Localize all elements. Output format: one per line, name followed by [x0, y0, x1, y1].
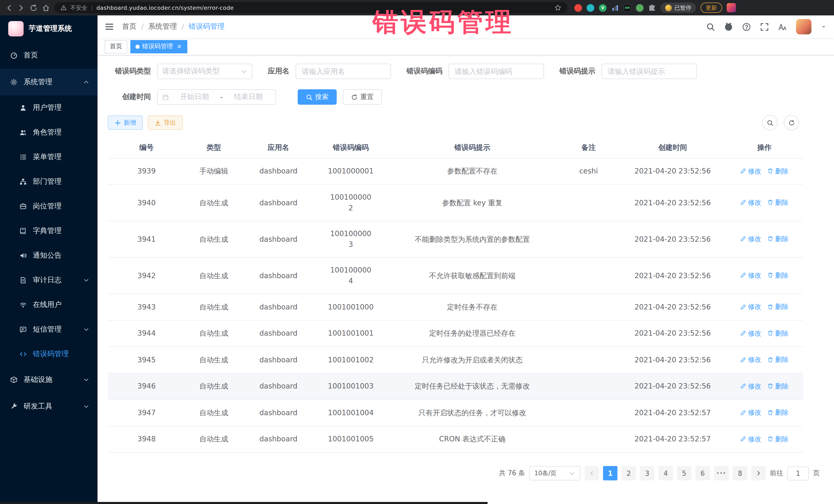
page-button-3[interactable]: 3 [640, 466, 654, 480]
dashboard-icon [10, 52, 18, 59]
delete-link[interactable]: 删除 [768, 380, 789, 391]
extension-icon-green-v[interactable]: V [599, 4, 607, 12]
breadcrumb-system[interactable]: 系统管理 [148, 22, 177, 31]
sidebar-item-system[interactable]: 系统管理 [0, 69, 97, 95]
next-page-button[interactable] [751, 466, 766, 480]
fullscreen-icon[interactable] [760, 22, 769, 31]
toggle-search-button[interactable] [762, 115, 777, 130]
edit-link[interactable]: 修改 [740, 354, 761, 365]
sidebar-item-error-code[interactable]: 错误码管理 [0, 342, 97, 367]
sidebar-item-user[interactable]: 用户管理 [0, 95, 97, 120]
extension-icon-teal[interactable] [587, 4, 594, 12]
browser-forward-icon[interactable] [18, 4, 25, 12]
delete-link[interactable]: 删除 [768, 434, 789, 444]
search-icon[interactable] [706, 22, 715, 31]
edit-link[interactable]: 修改 [740, 301, 761, 312]
help-icon[interactable] [742, 22, 751, 31]
extension-icon-on-badge[interactable]: on [623, 4, 631, 12]
add-button[interactable]: 新增 [108, 115, 143, 130]
pagination-more-button[interactable]: ••• [714, 466, 729, 480]
edit-link[interactable]: 修改 [740, 380, 761, 391]
app-logo[interactable]: 芋道管理系统 [0, 15, 97, 42]
delete-link[interactable]: 删除 [768, 270, 789, 281]
user-avatar[interactable] [796, 19, 811, 35]
sidebar-item-infra[interactable]: 基础设施 [0, 367, 97, 393]
extension-icon-red[interactable] [574, 4, 582, 12]
sidebar-item-post[interactable]: 岗位管理 [0, 194, 97, 219]
page-button-4[interactable]: 4 [658, 466, 673, 480]
browser-back-icon[interactable] [5, 4, 13, 12]
delete-link[interactable]: 删除 [768, 197, 789, 208]
sidebar-item-dict[interactable]: 字典管理 [0, 219, 97, 243]
font-size-icon[interactable] [778, 22, 787, 31]
cell-operations: 修改删除 [726, 221, 803, 257]
tab-home[interactable]: 首页 [105, 40, 127, 53]
delete-link[interactable]: 删除 [768, 407, 789, 418]
extensions-puzzle-icon[interactable] [648, 4, 656, 12]
date-range-picker[interactable]: 开始日期 - 结束日期 [157, 89, 276, 105]
sidebar-item-label: 部门管理 [33, 177, 62, 186]
export-button[interactable]: 导出 [148, 115, 183, 130]
page-button-2[interactable]: 2 [621, 466, 636, 480]
refresh-table-button[interactable] [784, 115, 799, 130]
extension-icon-chart[interactable] [611, 4, 619, 12]
sidebar-item-online-user[interactable]: 在线用户 [0, 292, 97, 317]
browser-reload-icon[interactable] [30, 4, 38, 12]
goto-page-input[interactable] [787, 466, 809, 480]
address-bar[interactable]: 不安全 | dashboard.yudao.iocoder.cn/system/… [54, 2, 568, 13]
trash-icon [768, 168, 774, 174]
extension-icon-leaf[interactable] [636, 4, 643, 12]
sidebar-item-menu[interactable]: 菜单管理 [0, 145, 97, 169]
edit-icon [740, 436, 746, 442]
bookmark-star-icon[interactable] [554, 4, 562, 11]
search-icon [767, 119, 773, 126]
delete-link[interactable]: 删除 [768, 328, 789, 338]
prev-page-button[interactable] [585, 466, 599, 480]
edit-link[interactable]: 修改 [740, 234, 761, 244]
delete-link[interactable]: 删除 [768, 354, 789, 365]
column-header: 错误码提示 [387, 137, 557, 158]
error-code-input[interactable] [448, 64, 544, 79]
sidebar-item-devtools[interactable]: 研发工具 [0, 393, 97, 420]
sidebar-item-notice[interactable]: 通知公告 [0, 243, 97, 268]
close-tab-icon[interactable] [177, 44, 182, 49]
edit-link[interactable]: 修改 [740, 197, 761, 208]
trash-icon [768, 236, 774, 242]
page-button-1[interactable]: 1 [603, 466, 617, 480]
profile-paused-chip[interactable]: 已暂停 [660, 3, 696, 13]
sidebar-item-audit-log[interactable]: 审计日志 [0, 268, 97, 292]
sidebar-item-sms[interactable]: 短信管理 [0, 317, 97, 342]
edit-link[interactable]: 修改 [740, 407, 761, 418]
browser-home-icon[interactable] [42, 4, 50, 12]
search-button[interactable]: 搜索 [298, 89, 337, 105]
edit-link[interactable]: 修改 [740, 434, 761, 444]
sidebar-item-role[interactable]: 角色管理 [0, 120, 97, 145]
sidebar-item-home[interactable]: 首页 [0, 42, 97, 69]
reset-button[interactable]: 重置 [343, 89, 382, 105]
browser-update-button[interactable]: 更新 [701, 3, 722, 13]
edit-link[interactable]: 修改 [740, 328, 761, 338]
breadcrumb-home[interactable]: 首页 [122, 22, 136, 31]
error-type-select[interactable]: 请选择错误码类型 [157, 64, 253, 79]
page-button-8[interactable]: 8 [733, 466, 747, 480]
cell-id: 3942 [108, 257, 185, 294]
delete-link[interactable]: 删除 [768, 166, 789, 176]
hamburger-icon[interactable] [105, 22, 114, 31]
tab-error-code[interactable]: 错误码管理 [130, 40, 187, 53]
github-icon[interactable] [724, 22, 733, 31]
app-name-input[interactable] [295, 64, 391, 79]
error-hint-input[interactable] [601, 64, 697, 79]
page-size-select[interactable]: 10条/页 [529, 466, 580, 480]
edit-icon [740, 409, 746, 415]
browser-profile-avatar[interactable] [727, 3, 736, 12]
cell-type: 自动生成 [185, 399, 242, 426]
delete-link[interactable]: 删除 [768, 234, 789, 244]
page-button-5[interactable]: 5 [677, 466, 691, 480]
delete-link[interactable]: 删除 [768, 301, 789, 312]
edit-link[interactable]: 修改 [740, 166, 761, 176]
browser-chrome: 不安全 | dashboard.yudao.iocoder.cn/system/… [0, 0, 834, 15]
caret-down-icon[interactable] [821, 24, 827, 30]
edit-link[interactable]: 修改 [740, 270, 761, 281]
page-button-6[interactable]: 6 [696, 466, 710, 480]
sidebar-item-dept[interactable]: 部门管理 [0, 169, 97, 194]
